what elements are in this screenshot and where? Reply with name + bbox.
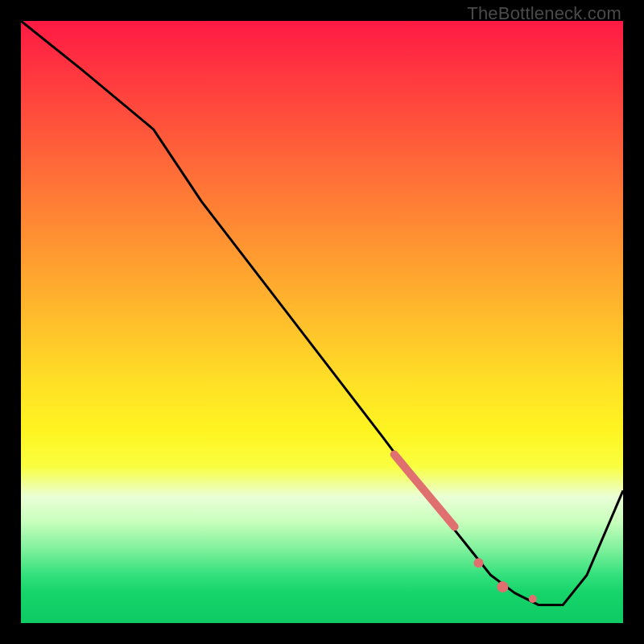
dot-mid <box>473 558 483 568</box>
watermark-label: TheBottleneck.com <box>467 3 621 24</box>
dot-low-1 <box>497 581 508 592</box>
chart-svg <box>21 21 623 623</box>
dot-low-2 <box>529 595 537 603</box>
thick-segment <box>394 455 455 527</box>
chart-plot-area <box>21 21 623 623</box>
chart-frame: TheBottleneck.com <box>0 0 644 644</box>
bottleneck-curve <box>21 21 623 605</box>
